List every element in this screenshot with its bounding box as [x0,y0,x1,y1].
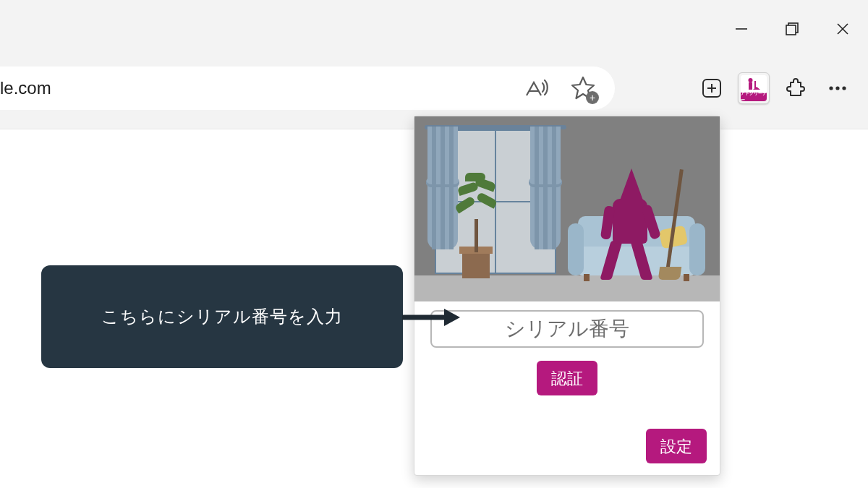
svg-point-12 [842,86,846,90]
address-bar-actions: + [522,74,615,103]
svg-point-9 [749,78,753,82]
arrow-right-icon [402,307,460,328]
extensions-button[interactable] [780,72,812,104]
browser-toolbar: le.com + [0,58,868,114]
settings-button[interactable]: 設定 [646,429,707,463]
extension-adcleaner-icon: アドクリーナー [741,75,767,101]
instruction-callout-text: こちらにシリアル番号を入力 [101,305,343,328]
svg-marker-14 [444,309,460,326]
popup-illustration [414,116,720,301]
read-aloud-icon [522,74,551,103]
maximize-icon [784,21,800,37]
window-maximize-button[interactable] [767,7,817,51]
serial-number-input[interactable] [430,310,704,348]
window-titlebar [0,0,868,58]
popup-body: 認証 設定 [414,301,720,475]
window-minimize-button[interactable] [716,7,767,51]
more-horizontal-icon [826,77,849,100]
cleaner-figure-icon [592,157,672,280]
extension-popup: 認証 設定 [414,116,720,476]
instruction-callout: こちらにシリアル番号を入力 [41,265,403,368]
address-bar-url: le.com [0,78,522,98]
address-bar[interactable]: le.com + [0,67,615,110]
svg-rect-2 [786,25,796,35]
plus-badge-icon: + [586,91,599,104]
more-button[interactable] [822,72,854,104]
svg-point-11 [835,86,839,90]
svg-point-10 [829,86,833,90]
extension-button-adcleaner[interactable]: アドクリーナー [738,72,770,104]
new-tab-action-button[interactable] [696,72,728,104]
close-icon [835,21,851,37]
window-close-button[interactable] [817,7,868,51]
puzzle-icon [784,77,807,100]
authenticate-button[interactable]: 認証 [537,361,597,395]
add-favorite-button[interactable]: + [569,74,597,103]
minimize-icon [734,22,749,36]
read-aloud-button[interactable] [522,74,551,103]
plus-square-icon [701,77,723,99]
toolbar-right: アドクリーナー [696,67,854,110]
